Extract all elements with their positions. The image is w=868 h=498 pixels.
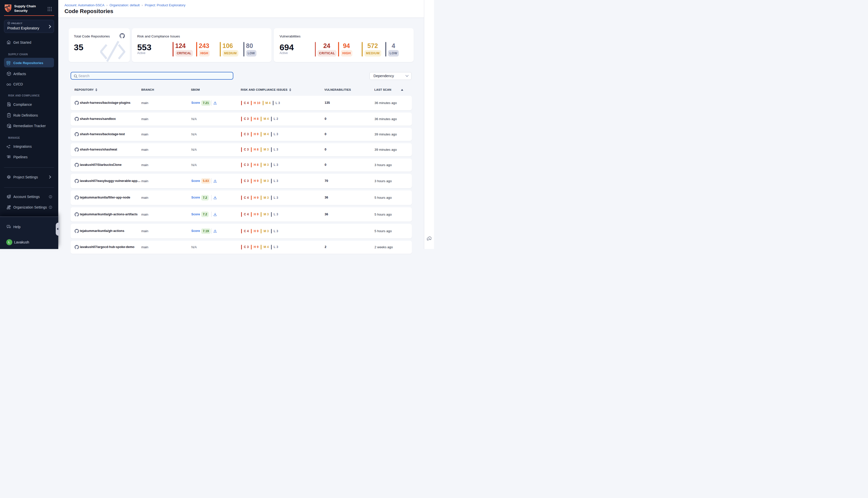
svg-text:?: ? xyxy=(8,225,9,227)
